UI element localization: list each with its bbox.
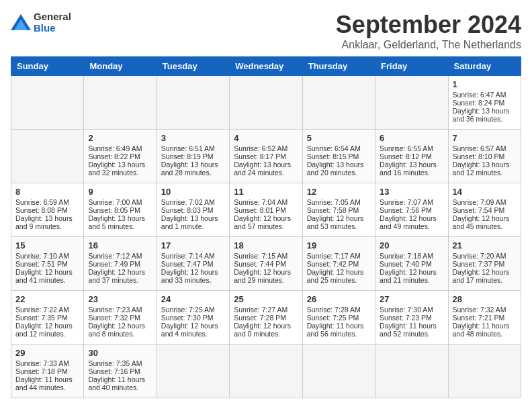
calendar-cell: 2Sunrise: 6:49 AMSunset: 8:22 PMDaylight… — [84, 130, 157, 183]
sunset-text: Sunset: 8:12 PM — [380, 152, 443, 161]
day-number: 18 — [234, 240, 298, 250]
day-number: 9 — [88, 187, 152, 197]
day-number: 30 — [88, 348, 152, 358]
sunrise-text: Sunrise: 7:28 AM — [307, 306, 371, 314]
header-wednesday: Wednesday — [230, 57, 302, 76]
sunrise-text: Sunrise: 7:07 AM — [380, 198, 443, 206]
calendar-cell — [448, 345, 521, 398]
calendar-cell: 18Sunrise: 7:15 AMSunset: 7:44 PMDayligh… — [230, 237, 302, 291]
daylight-text: Daylight: 13 hours and 24 minutes. — [234, 161, 298, 177]
sunset-text: Sunset: 7:37 PM — [453, 260, 517, 268]
sunrise-text: Sunrise: 6:55 AM — [380, 144, 443, 152]
daylight-text: Daylight: 12 hours and 25 minutes. — [307, 268, 371, 284]
daylight-text: Daylight: 13 hours and 36 minutes. — [453, 107, 517, 123]
day-number: 26 — [307, 294, 371, 304]
day-number: 20 — [380, 240, 443, 250]
day-number: 4 — [234, 133, 298, 143]
sunset-text: Sunset: 8:05 PM — [88, 206, 152, 214]
calendar-cell: 26Sunrise: 7:28 AMSunset: 7:25 PMDayligh… — [302, 291, 375, 345]
sunrise-text: Sunrise: 7:02 AM — [161, 198, 225, 206]
daylight-text: Daylight: 12 hours and 29 minutes. — [234, 268, 298, 284]
daylight-text: Daylight: 13 hours and 16 minutes. — [380, 161, 443, 177]
header-tuesday: Tuesday — [157, 57, 229, 76]
day-number: 25 — [234, 294, 298, 304]
daylight-text: Daylight: 12 hours and 41 minutes. — [15, 268, 79, 284]
sunrise-text: Sunrise: 7:32 AM — [453, 306, 517, 314]
day-number: 16 — [88, 240, 152, 250]
calendar-cell — [11, 130, 84, 183]
sunset-text: Sunset: 8:19 PM — [161, 152, 225, 161]
week-row-0: 1Sunrise: 6:47 AMSunset: 8:24 PMDaylight… — [11, 76, 521, 130]
sunrise-text: Sunrise: 7:30 AM — [380, 306, 443, 314]
calendar-cell: 16Sunrise: 7:12 AMSunset: 7:49 PMDayligh… — [84, 237, 157, 291]
day-number: 13 — [380, 187, 443, 197]
sunset-text: Sunset: 7:32 PM — [88, 314, 152, 322]
sunrise-text: Sunrise: 7:14 AM — [161, 252, 225, 260]
calendar-cell: 30Sunrise: 7:35 AMSunset: 7:16 PMDayligh… — [84, 345, 157, 398]
calendar-cell: 27Sunrise: 7:30 AMSunset: 7:23 PMDayligh… — [375, 291, 448, 345]
day-number: 3 — [161, 133, 225, 143]
logo: General Blue — [11, 11, 71, 34]
day-number: 24 — [161, 294, 225, 304]
day-number: 8 — [15, 187, 79, 197]
daylight-text: Daylight: 12 hours and 17 minutes. — [453, 268, 517, 284]
daylight-text: Daylight: 11 hours and 48 minutes. — [453, 322, 517, 338]
daylight-text: Daylight: 13 hours and 28 minutes. — [161, 161, 225, 177]
calendar-cell — [375, 345, 448, 398]
daylight-text: Daylight: 13 hours and 20 minutes. — [307, 161, 371, 177]
sunset-text: Sunset: 7:21 PM — [453, 314, 517, 322]
day-number: 28 — [453, 294, 517, 304]
calendar-cell: 1Sunrise: 6:47 AMSunset: 8:24 PMDaylight… — [448, 76, 521, 130]
week-row-1: 2Sunrise: 6:49 AMSunset: 8:22 PMDaylight… — [11, 130, 521, 183]
calendar-cell — [302, 76, 375, 130]
sunrise-text: Sunrise: 7:12 AM — [88, 252, 152, 260]
calendar-table: SundayMondayTuesdayWednesdayThursdayFrid… — [11, 56, 521, 398]
header-friday: Friday — [375, 57, 448, 76]
daylight-text: Daylight: 12 hours and 37 minutes. — [88, 268, 152, 284]
day-number: 15 — [15, 240, 79, 250]
sunset-text: Sunset: 7:16 PM — [88, 367, 152, 375]
calendar-cell: 11Sunrise: 7:04 AMSunset: 8:01 PMDayligh… — [230, 183, 302, 237]
sunrise-text: Sunrise: 7:22 AM — [15, 306, 79, 314]
sunset-text: Sunset: 7:44 PM — [234, 260, 298, 268]
calendar-cell: 29Sunrise: 7:33 AMSunset: 7:18 PMDayligh… — [11, 345, 84, 398]
sunrise-text: Sunrise: 7:23 AM — [88, 306, 152, 314]
daylight-text: Daylight: 12 hours and 8 minutes. — [88, 322, 152, 338]
calendar-cell: 8Sunrise: 6:59 AMSunset: 8:08 PMDaylight… — [11, 183, 84, 237]
sunrise-text: Sunrise: 7:25 AM — [161, 306, 225, 314]
calendar-cell: 20Sunrise: 7:18 AMSunset: 7:40 PMDayligh… — [375, 237, 448, 291]
daylight-text: Daylight: 12 hours and 45 minutes. — [453, 214, 517, 230]
daylight-text: Daylight: 13 hours and 5 minutes. — [88, 214, 152, 230]
sunset-text: Sunset: 8:15 PM — [307, 152, 371, 161]
calendar-cell: 4Sunrise: 6:52 AMSunset: 8:17 PMDaylight… — [230, 130, 302, 183]
daylight-text: Daylight: 12 hours and 0 minutes. — [234, 322, 298, 338]
sunset-text: Sunset: 7:54 PM — [453, 206, 517, 214]
sunrise-text: Sunrise: 7:10 AM — [15, 252, 79, 260]
sunset-text: Sunset: 7:18 PM — [15, 367, 79, 375]
day-number: 12 — [307, 187, 371, 197]
calendar-cell — [11, 76, 84, 130]
day-number: 17 — [161, 240, 225, 250]
daylight-text: Daylight: 11 hours and 44 minutes. — [15, 375, 79, 392]
logo-text: General Blue — [34, 11, 71, 34]
day-number: 10 — [161, 187, 225, 197]
sunset-text: Sunset: 8:17 PM — [234, 152, 298, 161]
calendar-cell — [375, 76, 448, 130]
calendar-cell: 17Sunrise: 7:14 AMSunset: 7:47 PMDayligh… — [157, 237, 229, 291]
sunrise-text: Sunrise: 6:47 AM — [453, 91, 517, 99]
daylight-text: Daylight: 13 hours and 9 minutes. — [15, 214, 79, 230]
month-title: September 2024 — [336, 11, 521, 39]
week-row-3: 15Sunrise: 7:10 AMSunset: 7:51 PMDayligh… — [11, 237, 521, 291]
calendar-cell — [157, 76, 229, 130]
day-number: 19 — [307, 240, 371, 250]
daylight-text: Daylight: 12 hours and 21 minutes. — [380, 268, 443, 284]
daylight-text: Daylight: 12 hours and 53 minutes. — [307, 214, 371, 230]
sunrise-text: Sunrise: 7:33 AM — [15, 359, 79, 367]
daylight-text: Daylight: 11 hours and 52 minutes. — [380, 322, 443, 338]
daylight-text: Daylight: 11 hours and 40 minutes. — [88, 375, 152, 392]
sunrise-text: Sunrise: 7:00 AM — [88, 198, 152, 206]
calendar-cell — [302, 345, 375, 398]
sunset-text: Sunset: 7:30 PM — [161, 314, 225, 322]
day-number: 21 — [453, 240, 517, 250]
day-number: 22 — [15, 294, 79, 304]
